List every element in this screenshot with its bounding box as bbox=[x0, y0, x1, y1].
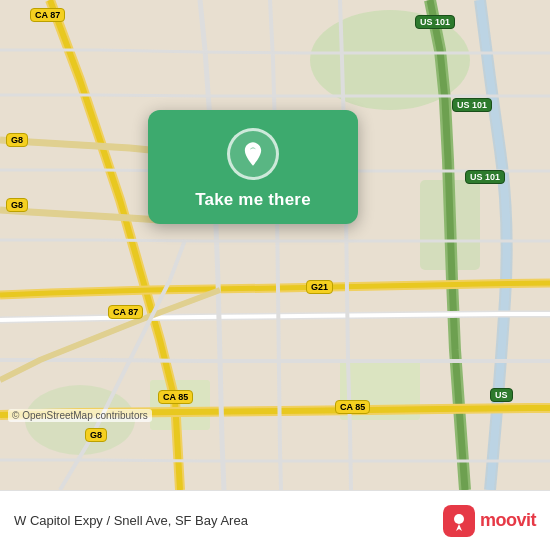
location-pin-icon bbox=[227, 128, 279, 180]
bottom-bar: W Capitol Expy / Snell Ave, SF Bay Area … bbox=[0, 490, 550, 550]
map-container: CA 87 US 101 US 101 US 101 G8 G8 CA 87 G… bbox=[0, 0, 550, 490]
shield-us101-top: US 101 bbox=[415, 15, 455, 29]
shield-g21: G21 bbox=[306, 280, 333, 294]
shield-ca87-mid: CA 87 bbox=[108, 305, 143, 319]
popup-label: Take me there bbox=[195, 190, 311, 210]
shield-us101-mid1: US 101 bbox=[452, 98, 492, 112]
map-attribution: © OpenStreetMap contributors bbox=[8, 409, 152, 422]
shield-us101-mid2: US 101 bbox=[465, 170, 505, 184]
shield-ca85-left: CA 85 bbox=[158, 390, 193, 404]
shield-g8-left1: G8 bbox=[6, 133, 28, 147]
moovit-label: moovit bbox=[480, 510, 536, 531]
shield-us-bottom: US bbox=[490, 388, 513, 402]
shield-g8-bottom: G8 bbox=[85, 428, 107, 442]
popup-card[interactable]: Take me there bbox=[148, 110, 358, 224]
shield-g8-left2: G8 bbox=[6, 198, 28, 212]
location-label: W Capitol Expy / Snell Ave, SF Bay Area bbox=[14, 513, 248, 528]
moovit-branding: moovit bbox=[443, 505, 536, 537]
moovit-icon bbox=[443, 505, 475, 537]
shield-ca85-right: CA 85 bbox=[335, 400, 370, 414]
shield-ca87-top: CA 87 bbox=[30, 8, 65, 22]
svg-point-8 bbox=[454, 514, 464, 524]
